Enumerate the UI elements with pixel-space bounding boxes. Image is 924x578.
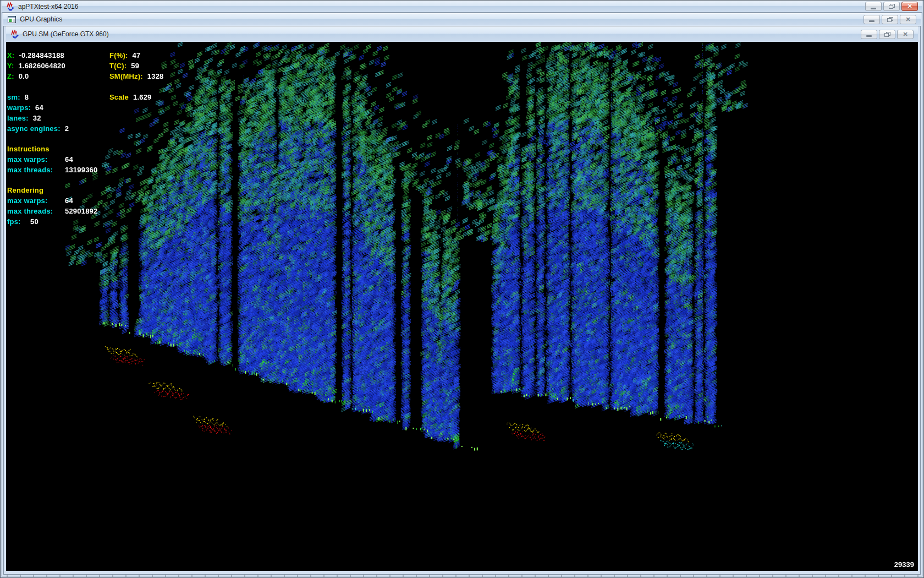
minimize-icon xyxy=(869,20,875,22)
gpu-graphics-minimize-button[interactable] xyxy=(864,15,880,24)
gpu-graphics-window: GPU Graphics GPU SM (GeForce GTX 960) xyxy=(2,12,922,576)
main-window-controls xyxy=(865,2,918,11)
main-titlebar[interactable]: apPTXtest-x64 2016 xyxy=(2,1,922,12)
hud-row-lanes: lanes:32 xyxy=(7,113,97,123)
gpu-sm-icon[interactable] xyxy=(10,30,19,39)
hud-row-warps: warps:64 xyxy=(7,102,97,113)
hud-row-y: Y:1.6826064820 xyxy=(7,61,97,71)
gpu-graphics-titlebar[interactable]: GPU Graphics xyxy=(3,13,921,25)
instructions-max-warps: max warps:64 xyxy=(7,154,97,165)
gpu-sm-window: GPU SM (GeForce GTX 960) X:-0.284843188 … xyxy=(3,26,921,575)
hud-row-f-pct: F(%):47 xyxy=(109,50,164,61)
close-icon xyxy=(905,17,910,23)
rendering-fps: fps:50 xyxy=(7,216,97,227)
instructions-header: Instructions xyxy=(7,144,97,154)
hud-row-x: X:-0.284843188 xyxy=(7,50,97,61)
main-window: apPTXtest-x64 2016 GPU Graphics xyxy=(0,0,924,578)
rendering-max-warps: max warps:64 xyxy=(7,195,97,206)
gpu-sm-restore-button[interactable] xyxy=(879,30,895,39)
hud-row-sm: sm:8 xyxy=(7,92,97,102)
gpu-sm-titlebar[interactable]: GPU SM (GeForce GTX 960) xyxy=(6,26,918,42)
instructions-max-threads: max threads:13199360 xyxy=(7,165,97,175)
gpu-sm-controls xyxy=(861,30,914,39)
hud-row-z: Z:0.0 xyxy=(7,71,97,81)
gpu-graphics-restore-button[interactable] xyxy=(882,15,898,24)
main-restore-button[interactable] xyxy=(883,2,900,11)
rendering-header: Rendering xyxy=(7,185,97,195)
restore-icon xyxy=(889,4,895,9)
app-icon[interactable] xyxy=(6,2,15,11)
minimize-icon xyxy=(871,8,876,9)
restore-icon xyxy=(887,17,893,22)
close-icon xyxy=(907,3,912,9)
gpu-sm-client: X:-0.284843188 Y:1.6826064820 Z:0.0 sm:8… xyxy=(6,42,918,571)
gpu-sm-title: GPU SM (GeForce GTX 960) xyxy=(23,30,109,38)
gpu-3d-canvas[interactable] xyxy=(6,42,918,571)
rendering-max-threads: max threads:52901892 xyxy=(7,206,97,216)
main-window-title: apPTXtest-x64 2016 xyxy=(18,3,78,10)
close-icon xyxy=(903,31,908,37)
minimize-icon xyxy=(866,35,872,37)
gpu-graphics-close-button[interactable] xyxy=(900,15,916,24)
frame-counter: 29339 xyxy=(894,560,914,569)
hud-left: X:-0.284843188 Y:1.6826064820 Z:0.0 sm:8… xyxy=(7,50,97,227)
hud-right: F(%):47 T(C):59 SM(MHz):1328 Scale1.629 xyxy=(109,50,164,102)
hud-row-sm-mhz: SM(MHz):1328 xyxy=(109,71,164,81)
restore-icon xyxy=(884,32,890,37)
gpu-sm-bottom-border xyxy=(6,571,918,574)
gpu-graphics-icon[interactable] xyxy=(7,15,16,24)
hud-row-async-engines: async engines:2 xyxy=(7,123,97,134)
hud-row-t-c: T(C):59 xyxy=(109,61,164,71)
main-close-button[interactable] xyxy=(901,2,918,11)
hud-row-scale: Scale1.629 xyxy=(109,92,164,102)
gpu-sm-close-button[interactable] xyxy=(897,30,914,39)
main-minimize-button[interactable] xyxy=(865,2,882,11)
bottom-edge-noise xyxy=(2,575,922,577)
gpu-graphics-controls xyxy=(864,15,916,24)
gpu-graphics-title: GPU Graphics xyxy=(20,15,62,23)
gpu-sm-minimize-button[interactable] xyxy=(861,30,877,39)
